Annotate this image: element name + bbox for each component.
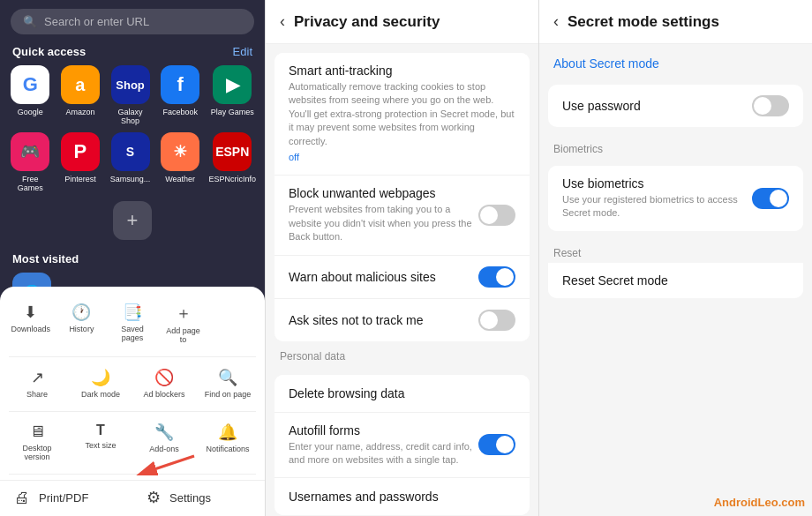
history-label: History: [69, 325, 94, 333]
quick-access-title: Quick access: [12, 45, 86, 58]
settings-label: Settings: [169, 491, 211, 505]
icon-google[interactable]: G Google: [9, 65, 52, 125]
block-webpages-desc: Prevent websites from taking you to a we…: [289, 203, 478, 243]
biometrics-label: Biometrics: [539, 134, 812, 159]
ask-track-toggle[interactable]: [478, 310, 515, 331]
amazon-icon: a: [61, 65, 100, 104]
warn-malicious-toggle[interactable]: [478, 266, 515, 288]
warn-malicious-title: Warn about malicious sites: [289, 270, 436, 284]
desktop-version-item[interactable]: 🖥 Desktopversion: [7, 417, 67, 467]
right-title: Secret mode settings: [568, 13, 719, 31]
personal-data-label: Personal data: [266, 341, 538, 366]
darkmode-item[interactable]: 🌙 Dark mode: [71, 363, 131, 404]
findonpage-item[interactable]: 🔍 Find on page: [198, 363, 258, 404]
drawer-row1: ⬇ Downloads 🕐 History 📑 Saved pages ＋ Ad…: [0, 297, 265, 356]
notifications-label: Notifications: [206, 445, 249, 453]
desktop-icon: 🖥: [29, 423, 45, 441]
freegames-icon: 🎮: [11, 132, 49, 171]
icon-amazon[interactable]: a Amazon: [59, 65, 102, 125]
autofill-content: Autofill forms Enter your name, address,…: [289, 423, 478, 467]
middle-title: Privacy and security: [294, 13, 440, 31]
facebook-label: Facebook: [162, 108, 198, 116]
savedpages-label: Saved pages: [112, 325, 153, 342]
icon-espn[interactable]: ESPN ESPNcricInfo: [208, 132, 256, 192]
downloads-label: Downloads: [11, 325, 51, 333]
textsize-label: Text size: [85, 441, 116, 450]
icon-playgames[interactable]: ▶ Play Games: [208, 65, 256, 125]
icon-samsung[interactable]: S Samsung...: [109, 132, 152, 192]
autofill-desc: Enter your name, address, credit card in…: [289, 440, 478, 467]
textsize-item[interactable]: T Text size: [71, 417, 131, 467]
playgames-label: Play Games: [211, 108, 254, 116]
use-password-toggle[interactable]: [752, 95, 789, 116]
icon-facebook[interactable]: f Facebook: [159, 65, 202, 125]
smart-tracking-link[interactable]: off: [289, 151, 515, 164]
share-label: Share: [26, 390, 48, 399]
reset-secret-item[interactable]: Reset Secret mode: [548, 263, 803, 298]
autofill-toggle[interactable]: [478, 434, 515, 455]
espn-label: ESPNcricInfo: [208, 175, 256, 183]
password-card: Use password: [548, 85, 803, 127]
reset-card: Reset Secret mode: [548, 263, 803, 298]
savedpages-icon: 📑: [123, 303, 142, 322]
add-page-item[interactable]: ＋ Add page to: [160, 297, 207, 349]
use-biometrics-content: Use biometrics Use your registered biome…: [562, 176, 752, 221]
reset-secret-title: Reset Secret mode: [562, 273, 789, 288]
add-quickaccess-button[interactable]: +: [113, 201, 152, 240]
history-item[interactable]: 🕐 History: [58, 297, 106, 349]
drawer-divider2: [9, 411, 256, 412]
left-panel: 🔍 Search or enter URL Quick access Edit …: [0, 0, 265, 516]
quick-access-header: Quick access Edit: [0, 41, 265, 65]
weather-icon: ☀: [161, 132, 199, 171]
most-visited-label: Most visited: [0, 247, 265, 273]
settings-arrow: [124, 449, 203, 475]
smart-tracking-card: Smart anti-tracking Automatically remove…: [274, 53, 530, 341]
print-item[interactable]: 🖨 Print/PDF: [0, 480, 132, 516]
edit-button[interactable]: Edit: [233, 45, 252, 58]
right-back-button[interactable]: ‹: [553, 12, 559, 31]
freegames-label: Free Games: [9, 175, 52, 192]
block-webpages-row: Block unwanted webpages Prevent websites…: [289, 186, 515, 243]
back-button[interactable]: ‹: [280, 12, 285, 31]
notifications-item[interactable]: 🔔 Notifications: [198, 417, 258, 467]
downloads-item[interactable]: ⬇ Downloads: [7, 297, 55, 349]
downloads-icon: ⬇: [24, 303, 37, 322]
icon-weather[interactable]: ☀ Weather: [159, 132, 202, 192]
share-icon: ↗: [31, 368, 44, 387]
addpage-icon: ＋: [176, 303, 192, 324]
samsung-icon: S: [111, 132, 150, 171]
drawer-row2: ↗ Share 🌙 Dark mode 🚫 Ad blockers 🔍 Find…: [0, 363, 265, 411]
block-webpages-toggle[interactable]: [478, 205, 515, 226]
darkmode-label: Dark mode: [81, 390, 120, 399]
smart-tracking-item: Smart anti-tracking Automatically remove…: [274, 53, 530, 176]
galaxyshop-label: Galaxy Shop: [109, 108, 152, 125]
icon-galaxyshop[interactable]: Shop Galaxy Shop: [109, 65, 152, 125]
saved-pages-item[interactable]: 📑 Saved pages: [109, 297, 156, 349]
usernames-title: Usernames and passwords: [289, 490, 439, 504]
about-secret-mode-link[interactable]: About Secret mode: [539, 44, 812, 78]
google-label: Google: [18, 108, 43, 116]
settings-item[interactable]: ⚙ Settings: [132, 480, 265, 516]
search-icon: 🔍: [23, 15, 37, 28]
block-webpages-content: Block unwanted webpages Prevent websites…: [289, 186, 478, 243]
ask-track-item: Ask sites not to track me: [274, 299, 530, 341]
middle-header: ‹ Privacy and security: [266, 0, 538, 44]
playgames-icon: ▶: [213, 65, 252, 104]
icon-freegames[interactable]: 🎮 Free Games: [9, 132, 52, 192]
warn-malicious-item: Warn about malicious sites: [274, 256, 530, 299]
espn-icon: ESPN: [213, 132, 252, 171]
adblockers-item[interactable]: 🚫 Ad blockers: [134, 363, 194, 404]
facebook-icon: f: [161, 65, 199, 104]
drawer-divider1: [9, 356, 256, 357]
usernames-item[interactable]: Usernames and passwords: [274, 478, 530, 515]
search-bar[interactable]: 🔍 Search or enter URL: [11, 9, 254, 34]
darkmode-icon: 🌙: [91, 368, 110, 387]
notifications-icon: 🔔: [218, 423, 237, 442]
share-item[interactable]: ↗ Share: [7, 363, 67, 404]
adblockers-label: Ad blockers: [143, 390, 184, 399]
use-password-content: Use password: [562, 99, 752, 113]
icon-pinterest[interactable]: P Pinterest: [59, 132, 102, 192]
use-biometrics-item: Use biometrics Use your registered biome…: [548, 166, 803, 231]
use-biometrics-toggle[interactable]: [752, 188, 789, 209]
delete-browsing-item[interactable]: Delete browsing data: [274, 375, 530, 413]
